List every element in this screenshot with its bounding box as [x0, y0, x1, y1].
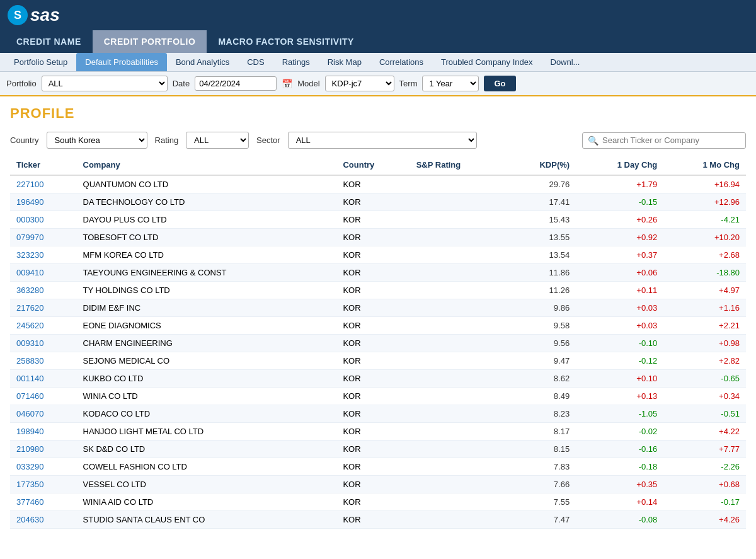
country-cell: KOR — [336, 317, 410, 335]
table-row: 033290 COWELL FASHION CO LTD KOR 7.83 -0… — [10, 458, 746, 476]
controls-row: Portfolio ALL Date 📅 Model KDP-jc7 Term … — [0, 72, 756, 96]
table-row: 217620 DIDIM E&F INC KOR 9.86 +0.03 +1.1… — [10, 299, 746, 317]
subnav-cds[interactable]: CDS — [238, 53, 273, 71]
day-chg-cell: -0.02 — [576, 423, 663, 441]
company-cell: TOBESOFT CO LTD — [77, 229, 337, 246]
ticker-cell[interactable]: 258830 — [10, 352, 77, 370]
sp-rating-cell — [410, 317, 505, 335]
kdp-cell: 8.15 — [505, 441, 576, 458]
kdp-cell: 8.17 — [505, 423, 576, 441]
country-cell: KOR — [336, 335, 410, 352]
nav-macro-factor[interactable]: MACRO FACTOR SENSITIVITY — [207, 30, 365, 53]
company-cell: DIDIM E&F INC — [77, 299, 337, 317]
country-cell: KOR — [336, 175, 410, 193]
mo-chg-cell: +4.26 — [663, 511, 746, 529]
mo-chg-cell: +16.94 — [663, 175, 746, 193]
top-header: S sas — [0, 0, 756, 30]
profile-title: PROFILE — [0, 96, 756, 128]
ticker-cell[interactable]: 377460 — [10, 493, 77, 511]
ticker-cell[interactable]: 245620 — [10, 317, 77, 335]
kdp-cell: 11.26 — [505, 282, 576, 299]
country-cell: KOR — [336, 388, 410, 405]
sp-rating-cell — [410, 282, 505, 299]
portfolio-select[interactable]: ALL — [42, 76, 168, 91]
sas-wordmark: sas — [30, 5, 60, 25]
subnav-default-probabilities[interactable]: Default Probabilities — [76, 53, 167, 71]
day-chg-cell: +0.26 — [576, 211, 663, 229]
ticker-cell[interactable]: 009310 — [10, 335, 77, 352]
col-kdp: KDP(%) — [505, 155, 576, 175]
search-icon: 🔍 — [588, 135, 598, 146]
country-cell: KOR — [336, 441, 410, 458]
subnav-ratings[interactable]: Ratings — [273, 53, 319, 71]
mo-chg-cell: +2.68 — [663, 246, 746, 264]
go-button[interactable]: Go — [484, 76, 515, 91]
sp-rating-cell — [410, 299, 505, 317]
country-cell: KOR — [336, 458, 410, 476]
ticker-cell[interactable]: 196490 — [10, 193, 77, 211]
day-chg-cell: -1.05 — [576, 405, 663, 423]
mo-chg-cell: +0.34 — [663, 388, 746, 405]
ticker-cell[interactable]: 000300 — [10, 211, 77, 229]
sas-circle-icon: S — [8, 5, 28, 25]
subnav-risk-map[interactable]: Risk Map — [319, 53, 370, 71]
table-row: 071460 WINIA CO LTD KOR 8.49 +0.13 +0.34 — [10, 388, 746, 405]
day-chg-cell: +0.14 — [576, 493, 663, 511]
ticker-cell[interactable]: 033290 — [10, 458, 77, 476]
kdp-cell: 7.83 — [505, 458, 576, 476]
main-nav: CREDIT NAME CREDIT PORTFOLIO MACRO FACTO… — [0, 30, 756, 53]
ticker-cell[interactable]: 217620 — [10, 299, 77, 317]
sp-rating-cell — [410, 246, 505, 264]
rating-filter-select[interactable]: ALL — [186, 132, 249, 149]
subnav-bond-analytics[interactable]: Bond Analytics — [167, 53, 238, 71]
nav-credit-name[interactable]: CREDIT NAME — [5, 30, 93, 53]
ticker-cell[interactable]: 177350 — [10, 476, 77, 493]
date-input[interactable] — [195, 76, 277, 91]
ticker-cell[interactable]: 204630 — [10, 511, 77, 529]
nav-credit-portfolio[interactable]: CREDIT PORTFOLIO — [93, 30, 207, 53]
ticker-cell[interactable]: 001140 — [10, 370, 77, 388]
company-cell: TY HOLDINGS CO LTD — [77, 282, 337, 299]
kdp-cell: 8.62 — [505, 370, 576, 388]
company-cell: WINIA AID CO LTD — [77, 493, 337, 511]
subnav-portfolio-setup[interactable]: Portfolio Setup — [5, 53, 76, 71]
country-filter-label: Country — [10, 135, 39, 145]
country-cell: KOR — [336, 193, 410, 211]
table-container: Ticker Company Country S&P Rating KDP(%)… — [0, 155, 756, 529]
company-cell: DAYOU PLUS CO LTD — [77, 211, 337, 229]
country-cell: KOR — [336, 493, 410, 511]
col-1mo-chg: 1 Mo Chg — [663, 155, 746, 175]
country-cell: KOR — [336, 229, 410, 246]
kdp-cell: 13.55 — [505, 229, 576, 246]
table-row: 009310 CHARM ENGINEERING KOR 9.56 -0.10 … — [10, 335, 746, 352]
calendar-icon: 📅 — [282, 79, 292, 89]
sp-rating-cell — [410, 370, 505, 388]
sector-filter-select[interactable]: ALL — [288, 132, 477, 149]
ticker-cell[interactable]: 071460 — [10, 388, 77, 405]
subnav-download[interactable]: Downl... — [542, 53, 589, 71]
company-cell: STUDIO SANTA CLAUS ENT CO — [77, 511, 337, 529]
sp-rating-cell — [410, 193, 505, 211]
country-cell: KOR — [336, 405, 410, 423]
ticker-cell[interactable]: 198940 — [10, 423, 77, 441]
company-cell: KUKBO CO LTD — [77, 370, 337, 388]
ticker-cell[interactable]: 079970 — [10, 229, 77, 246]
day-chg-cell: +0.37 — [576, 246, 663, 264]
ticker-cell[interactable]: 210980 — [10, 441, 77, 458]
term-select[interactable]: 1 Year — [422, 76, 479, 91]
subnav-correlations[interactable]: Correlations — [370, 53, 432, 71]
sas-logo: S sas — [8, 5, 60, 25]
subnav-troubled-company[interactable]: Troubled Company Index — [432, 53, 542, 71]
table-row: 079970 TOBESOFT CO LTD KOR 13.55 +0.92 +… — [10, 229, 746, 246]
kdp-cell: 9.56 — [505, 335, 576, 352]
ticker-cell[interactable]: 227100 — [10, 175, 77, 193]
ticker-cell[interactable]: 009410 — [10, 264, 77, 282]
ticker-cell[interactable]: 323230 — [10, 246, 77, 264]
day-chg-cell: +0.11 — [576, 282, 663, 299]
country-filter-select[interactable]: South Korea — [47, 132, 147, 149]
ticker-cell[interactable]: 046070 — [10, 405, 77, 423]
model-select[interactable]: KDP-jc7 — [325, 76, 394, 91]
search-input[interactable] — [602, 135, 740, 145]
ticker-cell[interactable]: 363280 — [10, 282, 77, 299]
company-cell: KODACO CO LTD — [77, 405, 337, 423]
